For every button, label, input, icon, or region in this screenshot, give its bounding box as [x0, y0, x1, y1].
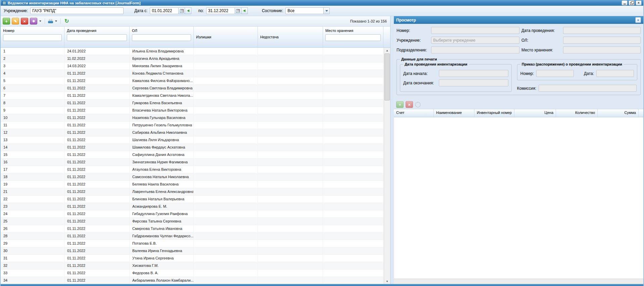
- department-field[interactable]: [431, 46, 519, 53]
- cell-num: 31: [1, 255, 64, 262]
- collapse-panel-button[interactable]: »: [635, 17, 641, 23]
- table-row[interactable]: 1501.11.2022Сафиуллина Дания Асгатовна: [1, 151, 384, 159]
- refresh-button[interactable]: ↻: [64, 18, 69, 24]
- date-from-calendar-button[interactable]: [179, 7, 185, 14]
- table-row[interactable]: 2301.11.2022Асмандиярова Е. М.: [1, 203, 384, 210]
- table-row[interactable]: 401.11.2022Конова Людмила Степановна: [1, 70, 384, 77]
- number-field[interactable]: [431, 27, 519, 34]
- table-row[interactable]: 2401.11.2022Гибадуллина Гузелия Раифовна: [1, 210, 384, 218]
- cell-date: 01.11.2022: [64, 196, 130, 203]
- table-row[interactable]: 1601.11.2022Зиннатзянова Нурия Фагимовна: [1, 159, 384, 166]
- cell-shortage: [258, 70, 323, 77]
- date-to-calendar-button[interactable]: [235, 7, 241, 14]
- table-row[interactable]: 2201.11.2022Блинова Наталья Валерьевна: [1, 196, 384, 203]
- ol-field[interactable]: [563, 37, 641, 44]
- column-filter-input[interactable]: [67, 34, 127, 41]
- items-column-header-2[interactable]: Инвентарный номер: [474, 109, 514, 117]
- order-number-field[interactable]: [536, 70, 574, 77]
- green-arrow-icon: [187, 9, 189, 12]
- add-button[interactable]: +: [3, 18, 10, 25]
- table-row[interactable]: 901.11.2022Власичева Наталья Викторовна: [1, 107, 384, 114]
- edit-button[interactable]: ✎: [12, 18, 19, 25]
- institution-field[interactable]: [431, 37, 519, 44]
- table-row[interactable]: 501.11.2022Камалова Филсина Файзрахмано.…: [1, 77, 384, 85]
- table-row[interactable]: 2801.11.2022Габдрахманова Чулпан Федарис…: [1, 233, 384, 240]
- column-header-1[interactable]: Дата проведения: [64, 27, 130, 47]
- table-row[interactable]: 3401.11.2022Акбаралиева Лолахон Камбарал…: [1, 277, 384, 284]
- print-dropdown-icon[interactable]: [55, 21, 57, 22]
- vertical-scrollbar[interactable]: ▲ ▼: [384, 48, 390, 284]
- cell-num: 21: [1, 188, 64, 195]
- cell-storage: [323, 70, 383, 77]
- scrollbar-thumb[interactable]: [384, 53, 390, 100]
- institution-input[interactable]: [30, 7, 124, 14]
- panel-splitter[interactable]: [390, 16, 394, 284]
- table-row[interactable]: 1401.11.2022Шамилова Фирдаус Асхатовна: [1, 144, 384, 151]
- date-to-input[interactable]: [206, 7, 235, 14]
- delete-button[interactable]: ×: [21, 18, 28, 25]
- table-row[interactable]: 3201.11.2022Хисматова Г.М.: [1, 262, 384, 270]
- table-row[interactable]: 314.03.2022Минязева Лилия Закариевна: [1, 63, 384, 70]
- column-filter-input[interactable]: [132, 34, 191, 41]
- date-from-input[interactable]: [150, 7, 179, 14]
- column-filter-input[interactable]: [3, 34, 62, 41]
- column-header-2[interactable]: ОЛ: [130, 27, 194, 47]
- cell-surplus: [194, 63, 258, 70]
- item-add-button[interactable]: +: [396, 101, 404, 108]
- items-column-header-5[interactable]: Сумма: [598, 109, 639, 117]
- horizontal-scrollbar[interactable]: [394, 279, 643, 284]
- table-row[interactable]: 1701.11.2022Атаулова Елена Викторовна: [1, 166, 384, 173]
- table-row[interactable]: 801.11.2022Гумарова Елена Васильевна: [1, 99, 384, 107]
- cell-num: 16: [1, 159, 64, 166]
- order-date-field[interactable]: [596, 70, 634, 77]
- state-select[interactable]: Все: [285, 7, 330, 14]
- inventory-dates-fieldset: Дата проведения инвентаризации Дата нача…: [400, 62, 512, 92]
- close-button[interactable]: ×: [636, 0, 642, 5]
- date-start-field[interactable]: [439, 70, 508, 77]
- settings-dropdown-icon[interactable]: [39, 21, 41, 22]
- column-header-5[interactable]: Место хранения: [323, 27, 383, 47]
- table-row[interactable]: 601.11.2022Сергеева Светлана Владимировн…: [1, 85, 384, 92]
- cell-storage: [323, 233, 383, 240]
- items-column-header-3[interactable]: Цена: [514, 109, 556, 117]
- table-row[interactable]: 1201.11.2022Сабирова Альбина Николаевна: [1, 129, 384, 136]
- table-row[interactable]: 124.01.2022Ильина Елена Владимировна: [1, 48, 384, 55]
- table-row[interactable]: 1301.11.2022Шагиева Ляля Ильдаровна: [1, 136, 384, 144]
- date-from-pick-button[interactable]: [185, 7, 191, 14]
- item-delete-button[interactable]: ×: [406, 101, 413, 108]
- table-row[interactable]: 701.11.2022Камалетдинова Светлана Никола…: [1, 92, 384, 99]
- date-to-pick-button[interactable]: [241, 7, 248, 14]
- minimize-button[interactable]: [622, 0, 628, 5]
- commission-field[interactable]: [539, 85, 637, 92]
- table-row[interactable]: 3101.11.2022Утина Ирина Сергеевна: [1, 255, 384, 262]
- restore-button[interactable]: [629, 0, 635, 5]
- scroll-down-icon[interactable]: ▼: [384, 279, 390, 284]
- table-row[interactable]: 1901.11.2022Беляева Наила Василовна: [1, 181, 384, 188]
- scroll-up-icon[interactable]: ▲: [384, 48, 390, 53]
- table-row[interactable]: 2601.11.2022Смирнова Татьяна Ивановна: [1, 225, 384, 233]
- print-button[interactable]: [48, 19, 53, 23]
- items-column-header-0[interactable]: Счет: [394, 109, 434, 117]
- column-header-3[interactable]: Излишки: [194, 27, 258, 47]
- cell-date: 01.11.2022: [64, 107, 130, 114]
- date-end-field[interactable]: [439, 79, 508, 86]
- column-header-0[interactable]: Номер: [1, 27, 64, 47]
- table-row[interactable]: 1101.11.2022Петрушенко Гюзель Гельмуллов…: [1, 122, 384, 129]
- table-row[interactable]: 3001.11.2022Валеева Ирина Геннадьевна: [1, 247, 384, 255]
- table-row[interactable]: 1801.11.2022Самсонова Наталья Николаевна: [1, 173, 384, 181]
- column-filter-input[interactable]: [325, 34, 381, 41]
- items-column-header-4[interactable]: Количество: [556, 109, 598, 117]
- table-row[interactable]: 2501.11.2022Фирсова Татьяна Сергеевна: [1, 218, 384, 225]
- column-header-4[interactable]: Недостача: [258, 27, 323, 47]
- state-select-trigger[interactable]: [323, 8, 329, 14]
- table-row[interactable]: 1001.11.2022Назипова Гульнара Василовна: [1, 114, 384, 122]
- storage-field[interactable]: [563, 46, 641, 53]
- items-column-header-1[interactable]: Наименование: [434, 109, 474, 117]
- cell-date: 11.02.2022: [64, 55, 130, 62]
- table-row[interactable]: 2901.11.2022Потапова Е.В.: [1, 240, 384, 247]
- settings-button[interactable]: ✱: [30, 18, 37, 25]
- table-row[interactable]: 3301.11.2022Федорова В. А.: [1, 270, 384, 277]
- table-row[interactable]: 211.02.2022Брязгина Алла Аркадьевна: [1, 55, 384, 63]
- date-field[interactable]: [563, 27, 641, 34]
- table-row[interactable]: 2101.11.2022Лаврентьева Елена Александро…: [1, 188, 384, 196]
